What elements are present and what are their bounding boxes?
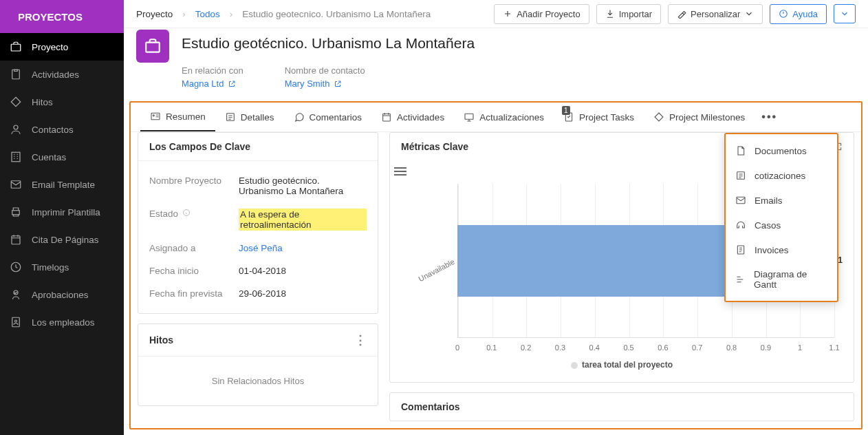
tabs-more[interactable]: ••• — [755, 103, 784, 131]
title-row: Estudio geotécnico. Urbanismo La Montañe… — [124, 28, 868, 101]
chart-xtick: 0.9 — [761, 343, 771, 352]
topbar: Proyecto › Todos › Estudio geotecnico. U… — [124, 0, 868, 28]
dd-cotizaciones[interactable]: cotizaciones — [726, 163, 837, 188]
card-heading: Comentarios — [390, 393, 854, 421]
svg-rect-6 — [12, 211, 20, 215]
relation-link[interactable]: Magna Ltd — [182, 78, 236, 89]
clipboard-icon — [10, 68, 22, 81]
sidebar: PROYECTOS Proyecto Actividades Hitos Con… — [0, 0, 124, 435]
import-button[interactable]: Importar — [596, 4, 661, 24]
sidebar-label: Proyecto — [32, 42, 68, 52]
sidebar-item-imprimir[interactable]: Imprimir Plantilla — [0, 198, 124, 226]
dd-emails[interactable]: Emails — [726, 188, 837, 213]
sidebar-item-proyecto[interactable]: Proyecto — [0, 33, 124, 61]
dd-invoices[interactable]: Invoices — [726, 237, 837, 262]
breadcrumb-all[interactable]: Todos — [195, 9, 220, 19]
chart-xtick: 0.1 — [486, 343, 497, 352]
relation-value: Magna Ltd — [182, 78, 224, 89]
breadcrumb-sep: › — [182, 9, 186, 19]
sidebar-item-email-template[interactable]: Email Template — [0, 171, 124, 198]
hitos-empty: Sin Relacionados Hitos — [138, 357, 378, 405]
metrics-card: Métricas Clave por Estado Unavailable 1 — [389, 132, 854, 383]
svg-rect-18 — [465, 114, 473, 119]
card-menu[interactable]: ⋮ — [354, 332, 367, 348]
sidebar-label: Cuentas — [32, 152, 66, 162]
sidebar-item-hitos[interactable]: Hitos — [0, 88, 124, 116]
contact-label: Nombre de contacto — [285, 65, 365, 76]
btn-label: Personalizar — [691, 9, 740, 19]
svg-rect-1 — [11, 44, 21, 51]
chart-xtick: 0.5 — [623, 343, 633, 352]
tab-comentarios[interactable]: Comentarios — [284, 103, 372, 131]
page-title: Estudio geotécnico. Urbanismo La Montañe… — [182, 35, 475, 52]
sidebar-item-contactos[interactable]: Contactos — [0, 116, 124, 143]
chart-xtick: 0.6 — [658, 343, 668, 352]
svg-rect-17 — [383, 114, 391, 121]
diamond-icon — [10, 96, 22, 108]
dd-casos[interactable]: Casos — [726, 213, 837, 237]
help-button[interactable]: Ayuda — [770, 4, 827, 24]
dd-label: Invoices — [755, 245, 789, 255]
sidebar-label: Timelogs — [32, 262, 69, 273]
hitos-card: Hitos ⋮ Sin Relacionados Hitos — [138, 323, 378, 406]
field-value-asignado[interactable]: José Peña — [239, 243, 367, 253]
dd-label: Emails — [755, 195, 783, 206]
sidebar-item-actividades[interactable]: Actividades — [0, 61, 124, 88]
tab-detalles[interactable]: Detalles — [215, 103, 284, 131]
field-value-nombre: Estudio geotécnico. Urbanismo La Montañe… — [239, 176, 367, 196]
sidebar-label: Aprobaciones — [32, 290, 89, 300]
tab-actividades[interactable]: Actividades — [371, 103, 454, 131]
btn-label: Añadir Proyecto — [517, 9, 581, 19]
field-label-estado: Estado — [149, 209, 239, 231]
building-icon — [10, 151, 22, 163]
relation-label: En relación con — [182, 65, 243, 76]
tabs: Resumen Detalles Comentarios Actividades… — [131, 103, 861, 132]
chart-legend: tarea total del proyecto — [402, 360, 841, 370]
main: Proyecto › Todos › Estudio geotecnico. U… — [124, 0, 868, 435]
btn-label: Importar — [619, 9, 652, 19]
info-icon — [182, 209, 191, 217]
chart-xtick: 1.1 — [829, 343, 839, 352]
chart-xtick: 0.2 — [521, 343, 531, 352]
sidebar-item-cita[interactable]: Cita De Páginas — [0, 226, 124, 253]
sidebar-header: PROYECTOS — [0, 0, 124, 33]
tab-badge: 1 — [562, 106, 570, 115]
field-label-asignado: Asignado a — [149, 243, 239, 253]
field-value-inicio: 01-04-2018 — [239, 266, 367, 276]
tab-project-tasks[interactable]: 1Project Tasks — [554, 103, 644, 131]
key-fields-card: Los Campos De Clave Nombre Proyecto Estu… — [138, 132, 378, 314]
contact-link[interactable]: Mary Smith — [285, 78, 343, 89]
tab-label: Actividades — [397, 112, 444, 123]
dd-documentos[interactable]: Documentos — [726, 138, 837, 163]
customize-button[interactable]: Personalizar — [668, 4, 763, 24]
sidebar-label: Contactos — [32, 125, 74, 135]
comentarios-card: Comentarios — [389, 392, 854, 421]
sidebar-item-timelogs[interactable]: Timelogs — [0, 253, 124, 281]
sidebar-item-empleados[interactable]: Los empleados — [0, 308, 124, 336]
chart-xtick: 1 — [798, 343, 802, 352]
printer-icon — [10, 206, 22, 218]
tab-label: Comentarios — [310, 112, 362, 123]
tab-project-milestones[interactable]: Project Milestones — [644, 103, 755, 131]
tab-resumen[interactable]: Resumen — [140, 103, 215, 131]
breadcrumb-current: Estudio geotecnico. Urbanismo La Montañe… — [242, 9, 431, 19]
tab-actualizaciones[interactable]: Actualizaciones — [454, 103, 554, 131]
breadcrumb-root[interactable]: Proyecto — [136, 9, 173, 19]
employees-icon — [10, 316, 22, 328]
chart-xtick: 0.7 — [692, 343, 702, 352]
sidebar-label: Imprimir Plantilla — [32, 207, 100, 218]
sidebar-label: Los empleados — [32, 317, 95, 328]
tab-label: Project Tasks — [579, 112, 634, 123]
tab-label: Project Milestones — [669, 112, 745, 123]
dd-label: Documentos — [755, 146, 807, 156]
chart-ylabel: Unavailable — [406, 257, 456, 289]
svg-rect-5 — [11, 181, 21, 189]
add-project-button[interactable]: Añadir Proyecto — [494, 4, 589, 24]
dd-gantt[interactable]: Diagrama de Gantt — [726, 262, 837, 297]
help-dropdown-button[interactable] — [834, 4, 856, 23]
sidebar-title: PROYECTOS — [18, 11, 83, 23]
sidebar-item-aprobaciones[interactable]: Aprobaciones — [0, 281, 124, 308]
external-link-icon — [334, 80, 342, 88]
contact-value: Mary Smith — [285, 78, 330, 89]
sidebar-item-cuentas[interactable]: Cuentas — [0, 143, 124, 171]
